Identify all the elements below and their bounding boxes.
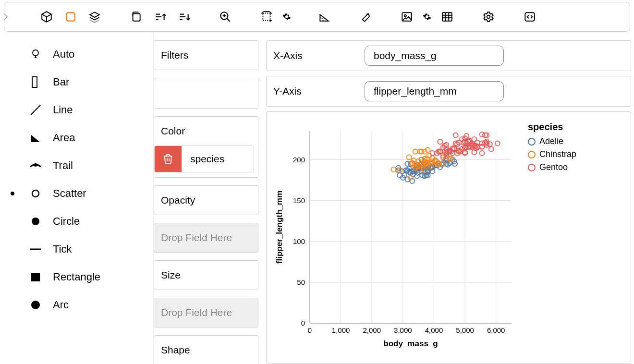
svg-rect-2 [133, 14, 140, 21]
chevron-right-icon[interactable] [0, 6, 16, 27]
color-field-label: species [182, 153, 233, 165]
marktype-trail[interactable]: Trail [0, 152, 153, 180]
image-icon[interactable] [396, 6, 417, 27]
duplicate-icon[interactable] [125, 6, 146, 27]
marktype-label: Auto [53, 48, 74, 61]
legend-item[interactable]: Adelie [528, 136, 576, 146]
marktype-circle[interactable]: Circle [0, 207, 153, 235]
svg-point-30 [32, 190, 39, 197]
legend-label: Adelie [539, 136, 563, 146]
gear-icon[interactable] [420, 6, 434, 27]
opacity-section-header[interactable]: Opacity [154, 186, 258, 215]
svg-text:4,000: 4,000 [425, 326, 443, 334]
top-toolbar [4, 2, 630, 32]
bar-icon [29, 75, 42, 89]
marktype-scatter[interactable]: Scatter [0, 180, 153, 207]
marktype-rectangle[interactable]: Rectangle [0, 263, 153, 291]
svg-point-25 [487, 15, 490, 19]
svg-text:3,000: 3,000 [394, 326, 412, 334]
rounded-square-icon[interactable] [60, 6, 81, 27]
legend-item[interactable]: Chinstrap [528, 149, 576, 159]
angle-icon[interactable] [314, 6, 335, 27]
svg-point-203 [480, 132, 485, 137]
sort-asc-icon[interactable] [149, 6, 171, 27]
marktype-label: Rectangle [53, 271, 100, 283]
svg-text:0: 0 [301, 319, 305, 327]
marktype-bar[interactable]: Bar [0, 68, 153, 96]
mark-type-dropdown: AutoBarLineAreaTrailScatterCircleTickRec… [0, 32, 154, 364]
legend-title: species [528, 121, 576, 133]
svg-point-151 [391, 167, 396, 172]
size-drop-zone[interactable]: Drop Field Here [154, 298, 258, 328]
line-icon [29, 103, 42, 117]
marktype-label: Tick [53, 243, 72, 255]
legend-swatch [528, 164, 536, 171]
marktype-label: Line [53, 104, 73, 116]
opacity-drop-zone[interactable]: Drop Field Here [154, 223, 258, 253]
svg-text:6,000: 6,000 [487, 326, 505, 334]
legend-label: Gentoo [539, 162, 568, 172]
auto-icon [29, 48, 42, 61]
svg-text:5,000: 5,000 [456, 326, 474, 334]
wrench-icon[interactable] [355, 6, 376, 27]
svg-text:50: 50 [297, 278, 305, 286]
y-axis-label: Y-Axis [273, 85, 345, 97]
code-icon[interactable] [519, 6, 540, 27]
svg-point-205 [453, 133, 458, 138]
marktype-label: Trail [53, 159, 73, 172]
sort-desc-icon[interactable] [173, 6, 195, 27]
svg-text:100: 100 [293, 237, 305, 245]
svg-rect-20 [442, 12, 452, 21]
svg-text:1,000: 1,000 [332, 326, 350, 334]
trash-icon[interactable] [155, 146, 182, 172]
gear-icon[interactable] [280, 6, 293, 27]
y-axis-field-pill[interactable]: flipper_length_mm [365, 81, 504, 101]
svg-point-19 [404, 15, 406, 17]
trail-icon [29, 159, 42, 172]
marktype-tick[interactable]: Tick [0, 235, 153, 263]
filters-drop-zone[interactable] [154, 78, 258, 109]
svg-point-143 [407, 155, 412, 159]
legend-swatch [528, 138, 536, 146]
legend-label: Chinstrap [539, 149, 576, 159]
marktype-auto[interactable]: Auto [0, 40, 153, 68]
svg-line-12 [227, 18, 230, 22]
svg-point-17 [367, 14, 368, 15]
rectangle-icon [29, 270, 42, 284]
cube-icon[interactable] [36, 6, 57, 27]
svg-point-225 [472, 137, 476, 142]
svg-rect-28 [32, 77, 37, 87]
filters-section-header[interactable]: Filters [154, 41, 258, 70]
x-axis-field-pill[interactable]: body_mass_g [365, 46, 504, 66]
marktype-line[interactable]: Line [0, 96, 153, 124]
shape-section-header[interactable]: Shape [154, 336, 258, 364]
layers-icon[interactable] [84, 6, 105, 27]
size-section-header[interactable]: Size [154, 261, 258, 290]
x-axis-shelf[interactable]: X-Axis body_mass_g [266, 40, 631, 71]
svg-point-189 [438, 139, 442, 144]
marktype-label: Area [53, 132, 75, 144]
marktype-label: Circle [53, 215, 80, 228]
svg-point-27 [33, 50, 38, 56]
svg-point-218 [480, 151, 485, 156]
zoom-in-icon[interactable] [215, 6, 236, 27]
settings-gear-icon[interactable] [478, 6, 499, 27]
legend-item[interactable]: Gentoo [528, 162, 576, 172]
y-axis-shelf[interactable]: Y-Axis flipper_length_mm [266, 76, 631, 107]
color-section-header[interactable]: Color [154, 117, 258, 146]
svg-text:body_mass_g: body_mass_g [383, 339, 438, 348]
tick-icon [29, 243, 42, 256]
circle-icon [29, 215, 42, 228]
svg-rect-0 [66, 12, 74, 21]
arc-icon [29, 298, 42, 312]
table-icon[interactable] [437, 6, 458, 27]
marktype-arc[interactable]: Arc [0, 291, 153, 319]
svg-point-75 [405, 161, 410, 166]
color-field-pill[interactable]: species [154, 146, 254, 172]
scatter-icon [29, 187, 42, 200]
resize-icon[interactable] [256, 6, 277, 27]
marktype-area[interactable]: Area [0, 124, 153, 152]
svg-text:flipper_length_mm: flipper_length_mm [275, 191, 284, 264]
svg-point-233 [480, 144, 485, 149]
svg-rect-26 [525, 12, 535, 21]
